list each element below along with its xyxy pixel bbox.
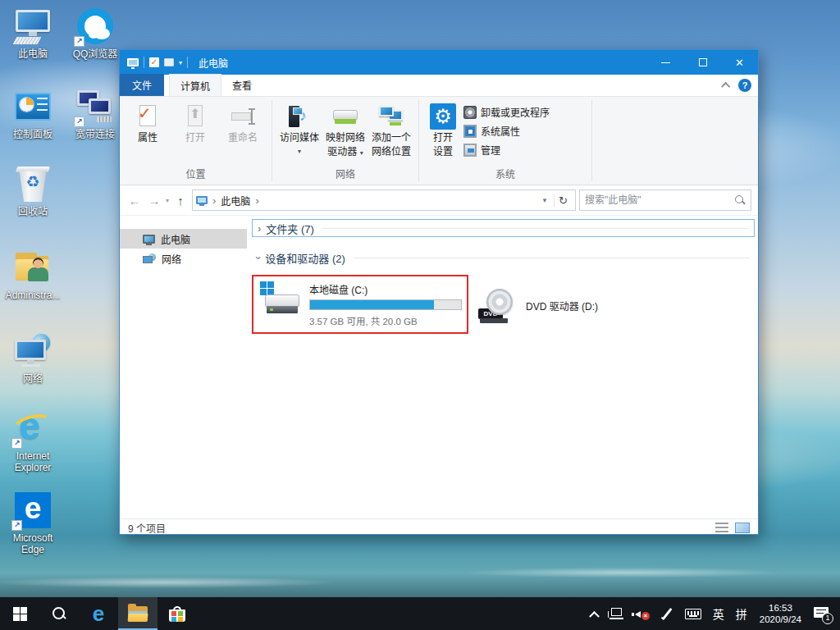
internet-explorer-icon: e↗ [13,409,52,448]
clock-time: 16:53 [760,602,801,614]
ime-pinyin-button[interactable]: 拼 [730,597,753,630]
taskbar-explorer-button[interactable] [118,597,158,630]
properties-quick-icon[interactable]: ✓ [149,57,159,67]
network-nav-icon [143,253,156,264]
map-network-drive-button[interactable]: 映射网络 驱动器 ▾ [323,102,368,159]
address-dropdown-icon[interactable]: ▾ [537,196,552,204]
breadcrumb[interactable]: › 此电脑 › ▾ ↻ [192,189,576,211]
start-button[interactable] [0,597,39,630]
chevron-right-icon[interactable]: › [258,222,261,235]
search-icon [52,606,66,621]
minimize-button[interactable] [647,50,684,75]
window-title: 此电脑 [199,56,228,70]
group-header-folders[interactable]: › 文件夹 (7) [252,219,755,237]
qq-browser-icon: ↗ [75,7,115,46]
search-icon[interactable] [734,194,746,206]
system-properties-icon [463,125,477,138]
forward-icon[interactable]: → [146,194,162,208]
pen-icon [661,608,673,620]
desktop-icon-internet-explorer[interactable]: e↗ Internet Explorer [3,409,62,473]
nav-item-label: 网络 [162,252,181,266]
tab-view[interactable]: 查看 [221,74,262,96]
open-button[interactable]: ⬆ 打开 [172,102,218,144]
group-header-label: 设备和驱动器 (2) [265,250,345,266]
tray-touch-keyboard-button[interactable] [679,597,707,630]
open-icon: ⬆ [182,103,208,130]
add-location-icon [378,103,404,130]
desktop-icon-recycle-bin[interactable]: ♻ 回收站 [3,164,62,217]
this-pc-icon [13,7,52,46]
access-media-button[interactable]: ♪ 访问媒体 ▾ [277,102,322,158]
desktop-icon-label: Microsoft Edge [3,532,62,555]
desktop-icon-network[interactable]: 网络 [3,331,62,385]
file-list: › 文件夹 (7) › 设备和驱动器 (2) [247,216,758,518]
broadband-connection-icon: ↗ [75,87,115,126]
history-dropdown-icon[interactable]: ▾ [166,197,169,204]
properties-button[interactable]: ✓ 属性 [125,102,171,144]
details-view-icon[interactable] [715,523,728,533]
ribbon-group-location: ✓ 属性 ⬆ 打开 重命名 位置 [120,97,272,185]
desktop-icon-admin-folder[interactable]: Administra... [3,248,62,301]
search-input[interactable] [585,194,734,206]
group-header-label: 文件夹 (7) [266,221,314,236]
map-drive-icon [332,103,358,130]
dvd-drive-icon: DVD [477,289,518,325]
touch-keyboard-icon [685,609,701,619]
chevron-right-icon: › [211,194,217,207]
maximize-button[interactable] [684,50,721,75]
action-center-button[interactable]: 1 [808,597,840,630]
ime-language-button[interactable]: 英 [707,597,730,630]
network-icon [13,331,52,371]
clock-date: 2020/9/24 [760,614,801,625]
nav-item-network[interactable]: 网络 [120,249,247,268]
back-icon[interactable]: ← [126,194,143,208]
tab-computer[interactable]: 计算机 [169,74,221,96]
system-properties-button[interactable]: 系统属性 [463,124,550,138]
add-network-location-button[interactable]: 添加一个 网络位置 [369,102,413,158]
open-settings-button[interactable]: ⚙ 打开 设置 [424,102,462,158]
search-box [579,189,751,211]
tray-pen-button[interactable] [655,597,679,630]
drive-c-free-space: 3.57 GB 可用, 共 20.0 GB [309,314,462,327]
file-explorer-icon [128,606,148,622]
help-icon[interactable]: ? [738,79,751,92]
window-icon [127,58,139,66]
taskbar-store-button[interactable] [158,597,197,630]
taskbar-edge-button[interactable]: e [79,597,118,630]
qat-dropdown-icon[interactable]: ▾ [179,59,182,66]
uninstall-button[interactable]: 卸载或更改程序 [463,105,550,119]
taskbar-clock[interactable]: 16:53 2020/9/24 [753,597,808,630]
tray-network-button[interactable] [604,597,629,630]
desktop-icon-qq-browser[interactable]: ↗ QQ浏览器 [66,7,125,60]
chevron-down-icon[interactable]: › [253,256,265,259]
store-icon [169,606,185,622]
drive-d-tile[interactable]: DVD DVD 驱动器 (D:) [477,275,682,334]
desktop-icon-label: 宽带连接 [66,129,125,140]
tab-file[interactable]: 文件 [120,74,164,96]
collapse-ribbon-icon[interactable] [721,82,730,91]
drive-c-tile[interactable]: 本地磁盘 (C:) 3.57 GB 可用, 共 20.0 GB [252,275,468,334]
nav-item-this-pc[interactable]: 此电脑 [120,229,247,249]
new-folder-quick-icon[interactable] [164,58,174,66]
rename-button[interactable]: 重命名 [220,102,266,144]
close-button[interactable]: ✕ [721,50,758,75]
thumbnail-view-icon[interactable] [735,523,750,533]
drive-c-name: 本地磁盘 (C:) [309,282,462,296]
breadcrumb-item[interactable]: 此电脑 [221,194,250,208]
manage-button[interactable]: 管理 [463,143,550,157]
up-icon[interactable]: ↑ [172,194,189,208]
tray-overflow-button[interactable] [585,597,604,630]
desktop-icon-this-pc[interactable]: 此电脑 [3,7,62,60]
desktop-icon-broadband[interactable]: ↗ 宽带连接 [66,87,125,140]
desktop-icon-microsoft-edge[interactable]: e↗ Microsoft Edge [3,491,62,555]
group-header-devices[interactable]: › 设备和驱动器 (2) [252,249,755,267]
taskbar-search-button[interactable] [39,597,79,630]
ribbon: ✓ 属性 ⬆ 打开 重命名 位置 [120,97,758,185]
refresh-icon[interactable]: ↻ [554,194,572,207]
desktop-icon-control-panel[interactable]: 控制面板 [3,87,62,140]
tray-volume-button[interactable]: × [629,597,655,630]
user-folder-icon [13,248,52,287]
title-bar[interactable]: ✓ ▾ 此电脑 ✕ [120,50,758,75]
this-pc-nav-icon [143,235,155,244]
desktop-icon-label: Internet Explorer [3,450,62,473]
